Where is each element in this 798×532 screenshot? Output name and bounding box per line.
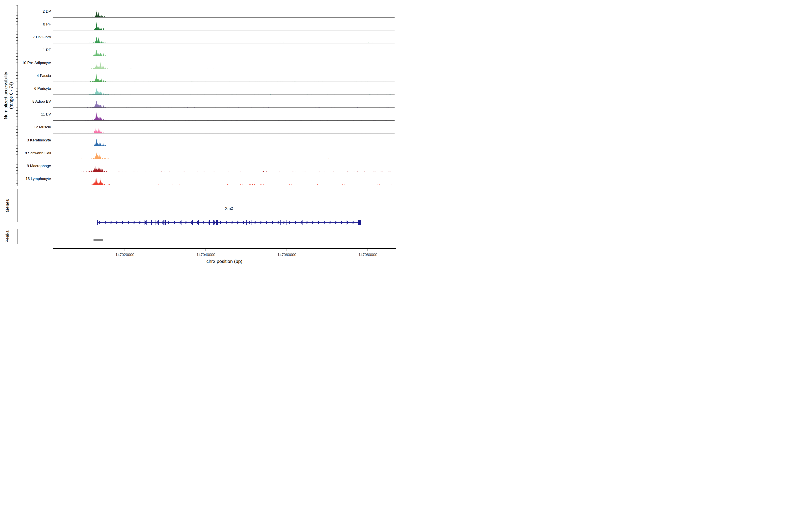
- track-signal-1-rf: [53, 50, 395, 56]
- called-peak-region: [94, 239, 103, 241]
- gene-exon: [165, 220, 166, 225]
- track-signal-10-pre-adipocyte: [53, 62, 395, 69]
- track-label-2-dp: 2 DP: [42, 9, 51, 14]
- track-label-1-rf: 1 RF: [43, 48, 51, 52]
- accessibility-genome-browser-plot: 2 DP0 PF7 Div Fibro1 RF10 Pre-Adipocyte4…: [0, 0, 399, 266]
- track-signal-0-pf: [53, 22, 395, 31]
- gene-exon: [145, 220, 145, 225]
- gene-exon: [237, 220, 237, 225]
- genes-section-label: Genes: [5, 199, 10, 212]
- gene-exon: [280, 220, 281, 225]
- gene-model-xrn2: Xrn2: [97, 206, 361, 225]
- tracks-panel: 2 DP0 PF7 Div Fibro1 RF10 Pre-Adipocyte4…: [22, 9, 395, 185]
- tracks-axis-bracket: [16, 5, 18, 186]
- track-label-13-lymphocyte: 13 Lymphocyte: [25, 177, 51, 181]
- gene-exon: [252, 220, 252, 225]
- track-label-3-keratinocyte: 3 Keratinocyte: [27, 138, 51, 142]
- x-axis-tick-label: 147060000: [278, 253, 297, 257]
- gene-exon: [214, 220, 214, 225]
- gene-exon: [215, 220, 215, 225]
- gene-exon: [346, 220, 346, 225]
- x-axis-tick-label: 147080000: [358, 253, 377, 257]
- track-label-10-pre-adipocyte: 10 Pre-Adipocyte: [22, 61, 51, 65]
- x-axis-tick-label: 147020000: [115, 253, 134, 257]
- gene-exon: [286, 220, 286, 225]
- track-signal-13-lymphocyte: [53, 176, 395, 185]
- track-signal-8-schwann-cell: [53, 152, 395, 159]
- track-signal-9-macrophage: [53, 166, 395, 172]
- y-axis-label-line1: Normalized accessibility: [3, 72, 8, 119]
- gene-exon: [198, 220, 199, 225]
- track-label-12-muscle: 12 Muscle: [34, 125, 51, 129]
- gene-exon: [144, 220, 144, 225]
- gene-exon: [147, 220, 147, 225]
- track-signal-2-dp: [53, 10, 395, 17]
- gene-exon: [192, 220, 193, 225]
- gene-exon: [281, 220, 281, 225]
- figure-page: 2 DP0 PF7 Div Fibro1 RF10 Pre-Adipocyte4…: [0, 0, 399, 266]
- peaks-track: [94, 239, 103, 241]
- track-label-6-pericyte: 6 Pericyte: [34, 87, 51, 91]
- gene-exon: [97, 220, 98, 225]
- track-label-11-bv: 11 BV: [41, 112, 51, 116]
- x-axis-title: chr2 position (bp): [206, 259, 242, 264]
- track-signal-4-fascia: [53, 73, 395, 82]
- gene-exon: [216, 220, 218, 225]
- track-label-9-macrophage: 9 Macrophage: [27, 164, 51, 168]
- track-label-0-pf: 0 PF: [43, 22, 51, 26]
- track-label-5-adipo-bv: 5 Adipo BV: [32, 99, 51, 103]
- track-label-8-schwann-cell: 8 Schwann Cell: [25, 151, 51, 155]
- gene-exon: [182, 220, 182, 225]
- gene-exon: [151, 220, 152, 225]
- track-label-7-div-fibro: 7 Div Fibro: [33, 35, 51, 39]
- gene-exon: [164, 220, 164, 225]
- gene-exon: [213, 220, 214, 225]
- y-axis-label-line2: (range 0 - 74): [8, 82, 14, 109]
- gene-exon: [358, 220, 361, 225]
- track-signal-7-div-fibro: [53, 37, 395, 43]
- gene-exon: [158, 220, 159, 225]
- track-signal-6-pericyte: [53, 88, 395, 95]
- gene-exon: [244, 220, 244, 225]
- track-signal-12-muscle: [53, 126, 395, 133]
- gene-exon: [303, 220, 303, 225]
- track-label-4-fascia: 4 Fascia: [37, 74, 51, 78]
- x-axis: 147020000147040000147060000147080000: [53, 249, 396, 257]
- track-signal-3-keratinocyte: [53, 139, 395, 146]
- gene-exon: [157, 220, 157, 225]
- peaks-section-label: Peaks: [5, 230, 10, 243]
- track-signal-5-adipo-bv: [53, 101, 395, 108]
- gene-name-label: Xrn2: [225, 206, 233, 211]
- gene-exon: [209, 220, 210, 225]
- x-axis-tick-label: 147040000: [196, 253, 215, 257]
- gene-exon: [246, 220, 247, 225]
- gene-exon: [155, 220, 155, 225]
- track-signal-11-bv: [53, 112, 395, 120]
